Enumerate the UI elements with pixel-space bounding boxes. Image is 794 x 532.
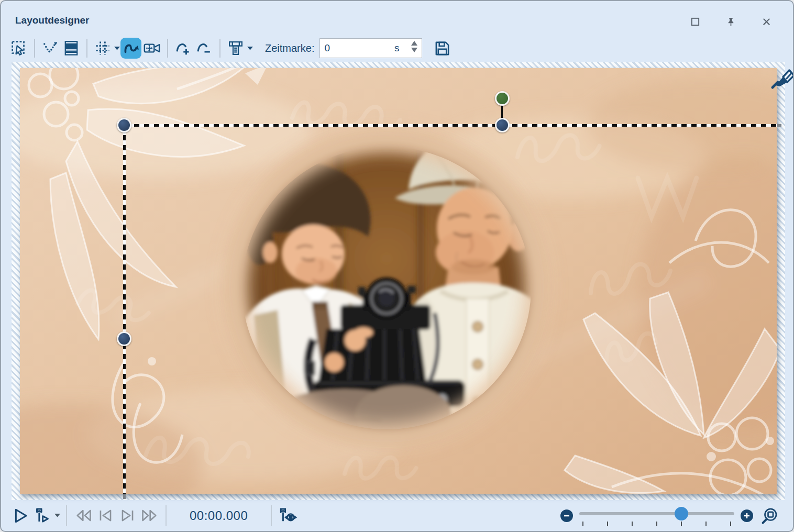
top-center-handle[interactable] <box>495 118 510 132</box>
maximize-icon <box>690 17 700 27</box>
rotate-handle[interactable] <box>495 91 510 106</box>
play-options-dropdown[interactable] <box>53 505 61 526</box>
zoom-tick <box>632 522 633 526</box>
zoom-slider[interactable] <box>579 505 734 526</box>
stacked-layers-icon <box>63 40 79 56</box>
transport-separator <box>66 505 67 526</box>
left-middle-handle[interactable] <box>117 331 131 346</box>
zoom-tick <box>582 522 583 526</box>
toolbar-separator <box>34 39 35 58</box>
save-button[interactable] <box>432 38 453 59</box>
pin-button[interactable] <box>725 16 736 27</box>
layers-tool-button[interactable] <box>61 38 82 59</box>
spinner-up-icon <box>411 41 417 46</box>
play-icon <box>12 507 29 524</box>
previous-button[interactable] <box>94 505 116 527</box>
close-icon <box>762 17 771 27</box>
zoom-out-icon <box>564 513 570 519</box>
transport-separator <box>271 505 272 526</box>
zoom-tick <box>656 522 657 526</box>
selection-arrow-icon <box>11 40 27 57</box>
zoom-slider-track[interactable] <box>579 512 734 515</box>
zoom-slider-ticks <box>582 522 731 526</box>
grid-icon <box>95 40 111 56</box>
top-toolbar: Zeitmarke: s <box>8 34 786 63</box>
screen: Layoutdesigner <box>0 0 794 532</box>
toolbar-separator <box>86 39 87 58</box>
text-layout-dropdown-button[interactable] <box>246 38 253 59</box>
grid-snap-tool-button[interactable] <box>92 38 113 59</box>
next-button[interactable] <box>116 505 138 527</box>
rewind-button[interactable] <box>72 505 94 527</box>
layout-canvas[interactable] <box>20 68 777 494</box>
rewind-icon <box>75 508 92 523</box>
layoutdesigner-window: Layoutdesigner <box>0 0 794 532</box>
timestamp-unit: s <box>394 42 400 54</box>
zoom-in-icon <box>744 513 750 519</box>
remove-curve-point-button[interactable] <box>194 38 215 59</box>
zoom-out-button[interactable] <box>560 509 573 522</box>
fast-forward-button[interactable] <box>138 505 160 527</box>
titlebar: Layoutdesigner <box>1 1 793 34</box>
toolbar-separator <box>167 39 168 58</box>
curve-tool-button[interactable] <box>120 38 141 59</box>
play-button[interactable] <box>9 505 31 527</box>
dropdown-caret-icon <box>54 514 60 517</box>
next-icon <box>119 508 136 523</box>
camera-pan-tool-button[interactable] <box>141 38 162 59</box>
maximize-button[interactable] <box>689 16 701 27</box>
zoom-tick <box>607 522 608 526</box>
spinner-down-icon <box>411 48 417 52</box>
zoom-in-button[interactable] <box>741 509 753 522</box>
marker-visibility-button[interactable] <box>277 505 299 527</box>
dropdown-caret-icon <box>114 47 120 50</box>
curve-plus-icon <box>175 40 192 57</box>
transport-separator <box>166 505 167 526</box>
close-button[interactable] <box>760 16 772 27</box>
timestamp-label: Zeitmarke: <box>265 42 314 54</box>
selection-edge-vertical-ext <box>123 494 126 500</box>
previous-icon <box>97 508 114 523</box>
curve-arrow-icon <box>123 40 139 57</box>
toolbar-separator <box>219 39 220 58</box>
select-tool-button[interactable] <box>8 38 29 59</box>
curve-minus-icon <box>196 40 213 57</box>
time-display: 00:00.000 <box>190 508 248 523</box>
timestamp-input[interactable] <box>319 38 422 58</box>
timestamp-spinner[interactable] <box>411 41 417 52</box>
zoom-cluster <box>560 500 779 531</box>
zoom-fit-button[interactable] <box>759 505 779 527</box>
fast-forward-icon <box>141 508 158 523</box>
corner-handle[interactable] <box>117 118 131 132</box>
zoom-tick <box>730 522 731 526</box>
selection-edge-vertical[interactable] <box>123 125 126 494</box>
motion-path-tool-button[interactable] <box>40 38 61 59</box>
play-from-marker-icon <box>34 507 51 524</box>
zoom-tick <box>705 522 707 526</box>
selection-edge-horizontal[interactable] <box>124 124 777 127</box>
slide-artwork <box>20 68 777 494</box>
text-layout-icon <box>228 40 244 56</box>
grid-dropdown-button[interactable] <box>113 38 120 59</box>
dropdown-caret-icon <box>247 47 253 50</box>
save-disk-icon <box>434 40 450 57</box>
play-from-marker-button[interactable] <box>31 505 53 527</box>
marker-visibility-icon <box>279 507 297 524</box>
selection-edge-horizontal-ext <box>777 124 786 127</box>
pen-cursor-icon <box>770 69 794 92</box>
zoom-slider-thumb[interactable] <box>675 507 688 520</box>
add-curve-point-button[interactable] <box>173 38 194 59</box>
camera-pan-icon <box>144 40 160 56</box>
timestamp-field-wrap: s <box>319 38 422 58</box>
zoom-fit-icon <box>760 507 778 525</box>
text-layout-tool-button[interactable] <box>225 38 246 59</box>
dotted-path-icon <box>42 40 58 56</box>
zoom-tick <box>681 522 682 526</box>
pin-icon <box>726 17 736 27</box>
canvas-margin <box>12 62 785 500</box>
window-title: Layoutdesigner <box>15 15 89 26</box>
